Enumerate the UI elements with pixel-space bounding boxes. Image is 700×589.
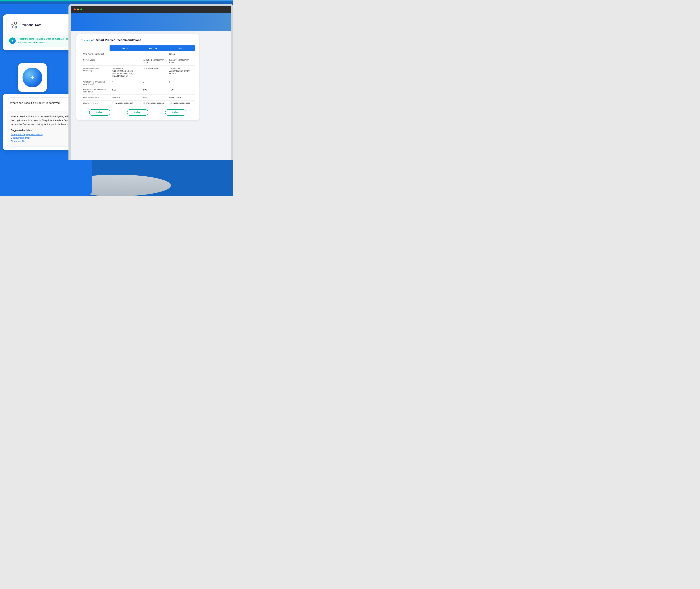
cell-label: What is the current size of your data? <box>81 87 109 94</box>
cell-best: Two-Factor Authentication, 99.9% Uptime <box>167 65 195 79</box>
cell-good: 12.169999999999998 <box>109 101 140 107</box>
cell-better: 5 <box>140 79 167 87</box>
top-gradient-bar <box>0 0 233 1</box>
table-row: Number of Users12.16999999999999813.1699… <box>81 101 195 107</box>
table-row: One Year CommittmentSelect <box>81 51 195 57</box>
screen-header <box>71 13 231 31</box>
table-row: What is your annual data growth rate?456 <box>81 79 195 87</box>
smart-predict-header: Cosmo○ AI Smart Predict Recommendations <box>81 39 195 42</box>
table-row: Server CasesGalactic 6 Slot Server CaseK… <box>81 57 195 65</box>
cell-best: 6 <box>167 79 195 87</box>
cell-label: What features are necessary? <box>81 65 109 79</box>
dot-red <box>74 8 76 10</box>
relational-data-icon: R <box>9 21 18 29</box>
svg-rect-1 <box>14 22 17 24</box>
predict-table: GOOD BETTER BEST One Year CommittmentSel… <box>81 45 195 106</box>
screen-content: Cosmo○ AI Smart Predict Recommendations … <box>71 31 231 160</box>
cell-good <box>109 57 140 65</box>
svg-line-3 <box>12 24 14 26</box>
cell-best: Kuiper 4 Slot Server Case <box>167 57 195 65</box>
svg-rect-2 <box>13 26 15 28</box>
recommendation-icon: ✦ <box>9 37 16 44</box>
cosmo-logo: Cosmo○ AI <box>81 39 93 42</box>
cell-label: What is your annual data growth rate? <box>81 79 109 87</box>
col-better: BETTER <box>140 45 167 51</box>
svg-line-4 <box>14 24 15 26</box>
cell-label: Number of Users <box>81 101 109 107</box>
cell-good: Two-Factor Authentication, 99.9% Uptime,… <box>109 65 140 79</box>
cell-best: Professional <box>167 94 195 101</box>
table-header-row: GOOD BETTER BEST <box>81 45 195 51</box>
smart-predict-title: Smart Predict Recommendations <box>96 39 141 42</box>
cell-best: 7.09 <box>167 87 195 94</box>
cell-better: Data Replication <box>140 65 167 79</box>
cell-good: 5.09 <box>109 87 140 94</box>
cosmo-orb-card <box>18 63 47 92</box>
cell-label: Server Cases <box>81 57 109 65</box>
cell-good: Unlimited <box>109 94 140 101</box>
table-row: User Access TypeUnlimitedBasicProfession… <box>81 94 195 101</box>
select-best-button[interactable]: Select <box>165 109 186 116</box>
svg-text:R: R <box>15 26 17 28</box>
dot-yellow <box>77 8 79 10</box>
select-better-button[interactable]: Select <box>127 109 148 116</box>
cell-best: 14.169999999999998 <box>167 101 195 107</box>
smart-predict-card: Cosmo○ AI Smart Predict Recommendations … <box>76 34 199 120</box>
relational-label: Relational Data <box>21 23 41 27</box>
cell-better <box>140 51 167 57</box>
table-row: What features are necessary?Two-Factor A… <box>81 65 195 79</box>
search-query-text: Where can I see if a blueprint is deploy… <box>10 101 60 105</box>
cell-better: Galactic 6 Slot Server Case <box>140 57 167 65</box>
cell-good <box>109 51 140 57</box>
monitor-screen: Cosmo○ AI Smart Predict Recommendations … <box>71 6 231 160</box>
cell-label: User Access Type <box>81 94 109 101</box>
main-container: R Relational Data ✦ Recommending Relatio… <box>0 0 233 196</box>
select-buttons-row: Select Select Select <box>81 109 195 116</box>
cell-label: One Year Committment <box>81 51 109 57</box>
cell-better: 6.09 <box>140 87 167 94</box>
cell-best: Select <box>167 51 195 57</box>
select-good-button[interactable]: Select <box>89 109 110 116</box>
cell-good: 4 <box>109 79 140 87</box>
col-good: GOOD <box>109 45 140 51</box>
cosmo-orb-inner <box>22 67 42 87</box>
screen-topbar <box>71 6 231 13</box>
dot-green <box>80 8 82 10</box>
monitor-area: Cosmo○ AI Smart Predict Recommendations … <box>68 4 233 160</box>
col-label <box>81 45 109 51</box>
cell-better: Basic <box>140 94 167 101</box>
table-row: What is the current size of your data?5.… <box>81 87 195 94</box>
svg-rect-0 <box>11 22 13 24</box>
cell-better: 13.169999999999998 <box>140 101 167 107</box>
col-best: BEST <box>167 45 195 51</box>
